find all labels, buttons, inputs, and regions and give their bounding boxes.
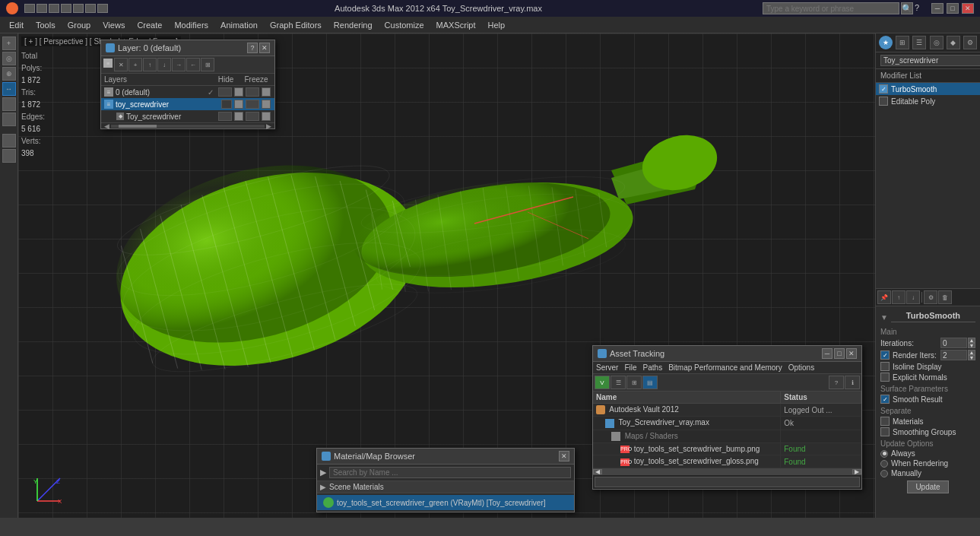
material-panel-close[interactable]: ✕ (559, 451, 569, 461)
ts-collapse-icon[interactable]: ▼ (880, 313, 888, 322)
asset-panel-close[interactable]: ✕ (846, 348, 857, 359)
rp-icon-3[interactable]: ☰ (912, 36, 926, 49)
layers-btn-5[interactable]: ⊞ (201, 58, 214, 71)
menu-help[interactable]: Help (482, 19, 512, 31)
mod-checkbox-turbosmooth[interactable]: ✓ (879, 84, 888, 94)
ts-render-checkbox[interactable]: ✓ (880, 350, 890, 360)
search-button[interactable]: 🔍 (901, 2, 913, 14)
asset-row-file[interactable]: Toy_Screwdriver_vray.max Ok (593, 417, 861, 430)
maximize-button[interactable]: □ (947, 3, 959, 14)
tb-icon-1[interactable] (24, 4, 35, 13)
modifier-editablepoly[interactable]: Editable Poly (876, 95, 980, 107)
rp-icon-2[interactable]: ⊞ (896, 36, 909, 49)
asset-menu-bitmap[interactable]: Bitmap Performance and Memory (668, 363, 782, 372)
tb-icon-2[interactable] (36, 4, 47, 13)
asset-scrollbar[interactable]: ◀ ▶ (593, 468, 861, 474)
ts-isoline-checkbox[interactable] (880, 362, 890, 371)
search-input[interactable] (763, 2, 899, 14)
left-tool-7[interactable] (2, 134, 16, 147)
layer-row-obj[interactable]: ◆ Toy_screwdriver (101, 110, 274, 122)
asset-scroll-right[interactable]: ▶ (852, 469, 861, 474)
asset-panel-header[interactable]: Asset Tracking ─ □ ✕ (593, 346, 861, 362)
mod-checkbox-editablepoly[interactable] (879, 97, 888, 106)
asset-row-vault[interactable]: Autodesk Vault 2012 Logged Out ... (593, 404, 861, 417)
ts-iter-down[interactable]: ▼ (968, 343, 975, 348)
layers-scrollbar[interactable]: ◀ ▶ (101, 122, 274, 128)
menu-views[interactable]: Views (97, 19, 131, 31)
tb-icon-7[interactable] (97, 4, 108, 13)
tb-icon-4[interactable] (61, 4, 71, 13)
menu-edit[interactable]: Edit (3, 19, 30, 31)
layers-btn-1[interactable]: ↑ (143, 58, 157, 71)
ts-iter-up[interactable]: ▲ (968, 338, 975, 343)
layers-btn-2[interactable]: ↓ (157, 58, 171, 71)
layers-panel-close[interactable]: ✕ (259, 43, 270, 53)
left-tool-3[interactable]: ⊕ (2, 67, 16, 81)
rp-tb-delete[interactable]: 🗑 (938, 290, 952, 304)
help-icon[interactable]: ? (915, 3, 925, 14)
layers-btn-3[interactable]: → (172, 58, 186, 71)
asset-panel-min[interactable]: ─ (822, 348, 833, 359)
left-tool-8[interactable] (2, 149, 16, 163)
ts-smoothgroups-checkbox[interactable] (880, 427, 890, 436)
menu-tools[interactable]: Tools (30, 19, 62, 31)
ts-explicit-checkbox[interactable] (880, 373, 890, 382)
rp-tb-pin[interactable]: 📌 (877, 290, 891, 304)
asset-menu-options[interactable]: Options (788, 363, 814, 372)
asset-tb-btn-4[interactable]: ▤ (642, 376, 658, 389)
material-search-input[interactable] (329, 467, 571, 478)
asset-scroll-track[interactable] (602, 469, 852, 474)
close-button[interactable]: ✕ (962, 3, 974, 14)
rp-icon-4[interactable]: ◎ (930, 36, 944, 49)
material-panel-header[interactable]: Material/Map Browser ✕ (317, 449, 574, 465)
asset-menu-server[interactable]: Server (596, 363, 618, 372)
tb-icon-5[interactable] (73, 4, 84, 13)
ts-smooth-checkbox[interactable]: ✓ (880, 395, 890, 404)
menu-maxscript[interactable]: MAXScript (430, 19, 482, 31)
ts-always-radio[interactable] (880, 450, 888, 458)
asset-menu-paths[interactable]: Paths (643, 363, 663, 372)
ts-render-down[interactable]: ▼ (968, 355, 975, 360)
asset-tb-help[interactable]: ? (829, 376, 844, 389)
rp-icon-6[interactable]: ⚙ (963, 36, 977, 49)
menu-modifiers[interactable]: Modifiers (168, 19, 214, 31)
layers-panel-header[interactable]: Layer: 0 (default) ? ✕ (101, 40, 274, 56)
layers-add-btn[interactable]: + (128, 58, 142, 71)
left-tool-2[interactable]: ◎ (2, 52, 16, 65)
menu-graph-editors[interactable]: Graph Editors (264, 19, 328, 31)
asset-tb-btn-3[interactable]: ⊞ (626, 376, 642, 389)
tb-icon-3[interactable] (49, 4, 59, 13)
layers-panel-help[interactable]: ? (247, 43, 258, 53)
rp-tb-move-down[interactable]: ↓ (906, 290, 920, 304)
scroll-track[interactable] (111, 125, 265, 128)
asset-row-bump[interactable]: PRO toy_tools_set_screwdriver_bump.png F… (593, 443, 861, 455)
left-tool-5[interactable] (2, 97, 16, 111)
ts-collapse-header[interactable]: ▼ TurboSmooth (880, 309, 975, 325)
ts-when-rendering-radio[interactable] (880, 460, 888, 468)
ts-iterations-input[interactable] (940, 338, 967, 348)
asset-tb-info[interactable]: ℹ (845, 376, 860, 389)
minimize-button[interactable]: ─ (931, 3, 944, 14)
ts-render-up[interactable]: ▲ (968, 350, 975, 355)
viewport[interactable]: [ + ] [ Perspective ] [ Shaded + Edged F… (18, 33, 875, 518)
menu-create[interactable]: Create (131, 19, 168, 31)
layer-row-toy[interactable]: ≡ toy_screwdriver (101, 98, 274, 110)
layers-delete-btn[interactable]: ✕ (114, 58, 128, 71)
ts-manually-radio[interactable] (880, 470, 888, 477)
left-tool-1[interactable]: + (2, 36, 16, 50)
modifier-turbosmooth[interactable]: ✓ TurboSmooth (876, 83, 980, 95)
asset-row-folder[interactable]: Maps / Shaders (593, 430, 861, 442)
layers-btn-4[interactable]: ← (186, 58, 200, 71)
menu-rendering[interactable]: Rendering (328, 19, 379, 31)
asset-row-gloss[interactable]: PRO toy_tools_set_screwdriver_gloss.png … (593, 455, 861, 468)
menu-customize[interactable]: Customize (379, 19, 430, 31)
material-section-header[interactable]: ▶ Scene Materials (317, 481, 574, 493)
ts-materials-checkbox[interactable] (880, 417, 890, 426)
asset-tb-btn-2[interactable]: ☰ (611, 376, 626, 389)
ts-render-iters-input[interactable] (940, 350, 967, 360)
layer-row-default[interactable]: ≡ 0 (default) ✓ (101, 86, 274, 98)
left-tool-6[interactable] (2, 113, 16, 126)
left-tool-4[interactable]: ↔ (2, 82, 16, 96)
ts-update-button[interactable]: Update (907, 480, 948, 493)
asset-tb-btn-1[interactable]: V (595, 376, 610, 389)
